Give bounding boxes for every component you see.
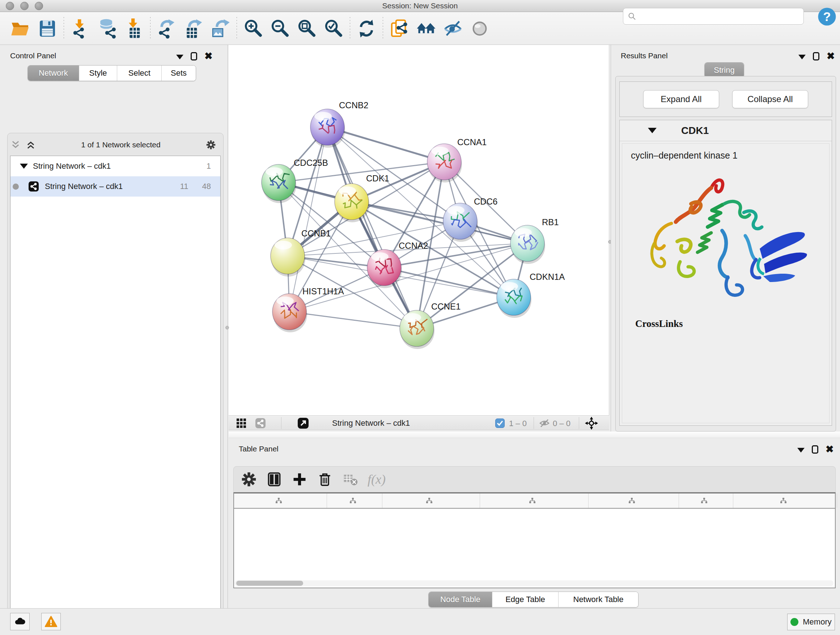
tab-network[interactable]: Network	[28, 65, 79, 81]
control-panel: Control Panel ✖ NetworkStyleSelectSets 1…	[0, 45, 228, 608]
expand-all-button[interactable]: Expand All	[643, 90, 719, 108]
expand-all-icon[interactable]	[26, 140, 36, 150]
refresh-button[interactable]	[353, 16, 380, 41]
delete-column-icon[interactable]	[317, 471, 333, 487]
table-row[interactable]	[234, 509, 835, 524]
collapse-all-icon[interactable]	[11, 140, 21, 150]
node-label: CDC25B	[294, 158, 328, 168]
export-table-button[interactable]	[180, 16, 207, 41]
vertical-splitter-grip[interactable]	[225, 326, 229, 329]
network-row[interactable]: String Network – cdk1 11 48	[11, 176, 220, 196]
warnings-button[interactable]	[41, 613, 61, 630]
panel-menu-icon[interactable]	[797, 448, 805, 453]
column-header-canonical-name[interactable]	[382, 494, 480, 508]
status-bar: Memory	[0, 608, 840, 635]
column-header--id[interactable]	[679, 494, 733, 508]
network-selected-count: 1 of 1 Network selected	[36, 141, 206, 149]
tab-style[interactable]: Style	[79, 65, 118, 81]
create-column-icon[interactable]	[292, 471, 308, 487]
network-collection-row[interactable]: String Network – cdk1 1	[11, 156, 220, 176]
network-view-canvas[interactable]: CCNB2CCNA1CDC25BCDK1CDC6RB1CCNB1CCNA2CDK…	[229, 45, 609, 415]
network-edge-ccnb2-ccne1[interactable]	[327, 127, 417, 328]
cloud-button[interactable]	[10, 613, 30, 630]
open-session-button[interactable]	[7, 16, 34, 41]
float-panel-icon[interactable]	[813, 52, 819, 60]
table-hscrollbar[interactable]	[235, 580, 834, 586]
node-label: RB1	[542, 217, 559, 227]
network-edge-ccne1-hist1h1a[interactable]	[289, 312, 417, 328]
tab-edge-table[interactable]: Edge Table	[493, 592, 559, 607]
network-share-icon[interactable]	[255, 418, 266, 429]
network-edge-ccnb2-hist1h1a[interactable]	[289, 127, 327, 312]
memory-button[interactable]: Memory	[787, 614, 835, 630]
float-panel-icon[interactable]	[191, 52, 197, 60]
scrollbar-thumb[interactable]	[236, 581, 303, 586]
column-type-icon	[275, 497, 282, 504]
tab-node-table[interactable]: Node Table	[429, 592, 493, 607]
network-node-cdc25b[interactable]: CDC25B	[262, 158, 328, 203]
export-image-button[interactable]	[207, 16, 234, 41]
string-results-box: Expand All Collapse All CDK1 cyclin–depe…	[615, 76, 836, 432]
section-caret-icon[interactable]	[648, 128, 657, 133]
gene-section-header[interactable]: CDK1	[620, 120, 832, 141]
column-header-description[interactable]	[589, 494, 679, 508]
toolbar-separator	[150, 17, 150, 40]
search-input[interactable]	[639, 12, 799, 21]
network-edge-cdk1-rb1[interactable]	[352, 202, 527, 243]
hide-selected-button[interactable]	[439, 16, 466, 41]
gear-icon[interactable]	[206, 140, 216, 150]
network-node-cdc6[interactable]: CDC6	[443, 196, 497, 242]
zoom-out-button[interactable]	[267, 16, 294, 41]
tab-sets[interactable]: Sets	[162, 65, 196, 81]
network-node-ccna1[interactable]: CCNA1	[427, 137, 486, 182]
network-edge-ccna2-cdkn1a[interactable]	[384, 268, 514, 297]
collapse-all-button[interactable]: Collapse All	[732, 90, 808, 108]
network-node-ccne1[interactable]: CCNE1	[400, 302, 461, 349]
selected-nodes-checkbox[interactable]	[495, 418, 505, 428]
birdseye-view-icon[interactable]	[236, 418, 246, 428]
tree-caret-icon[interactable]	[20, 164, 28, 169]
close-panel-icon[interactable]: ✖	[827, 52, 835, 60]
fit-selected-crosshair-icon[interactable]	[585, 417, 598, 430]
network-node-cdk1[interactable]: CDK1	[335, 173, 389, 222]
tab-network-table[interactable]: Network Table	[559, 592, 638, 607]
table-gear-icon[interactable]	[241, 471, 257, 487]
import-network-from-file-button[interactable]	[67, 16, 94, 41]
export-table-icon	[183, 19, 204, 39]
crosslinks-block: CrossLinks	[635, 318, 822, 367]
panel-menu-icon[interactable]	[176, 55, 183, 59]
column-header-database-identifier[interactable]	[480, 494, 589, 508]
network-node-hist1h1a[interactable]: HIST1H1A	[272, 287, 344, 333]
float-panel-icon[interactable]	[812, 445, 818, 454]
tab-string[interactable]: String	[705, 63, 744, 78]
open-in-new-window-icon[interactable]	[297, 417, 309, 429]
close-panel-icon[interactable]: ✖	[826, 445, 834, 454]
zoom-selected-button[interactable]	[320, 16, 347, 41]
network-node-rb1[interactable]: RB1	[510, 217, 559, 264]
column-type-icon	[349, 497, 356, 504]
column-header-namespace[interactable]	[733, 494, 837, 508]
open-session-icon	[11, 19, 31, 39]
close-panel-icon[interactable]: ✖	[204, 52, 213, 60]
home-neighbors-button[interactable]	[413, 16, 439, 41]
help-button[interactable]: ?	[817, 6, 837, 27]
panel-menu-icon[interactable]	[798, 55, 806, 59]
save-session-button[interactable]	[34, 16, 61, 41]
zoom-fit-button[interactable]	[294, 16, 320, 41]
import-table-from-file-button[interactable]	[120, 16, 147, 41]
node-label: CCNE1	[431, 302, 461, 311]
tab-select[interactable]: Select	[117, 65, 162, 81]
zoom-in-button[interactable]	[240, 16, 267, 41]
network-node-cdkn1a[interactable]: CDKN1A	[497, 272, 565, 318]
column-header-shared-name[interactable]	[234, 494, 327, 508]
column-header-name[interactable]	[327, 494, 382, 508]
show-all-button[interactable]	[466, 16, 493, 41]
network-node-ccnb1[interactable]: CCNB1	[271, 228, 331, 277]
hidden-eye-slash-icon	[539, 418, 550, 428]
cloud-icon	[13, 615, 27, 628]
import-network-from-database-button[interactable]	[94, 16, 120, 41]
copy-style-button[interactable]	[386, 16, 413, 41]
export-network-button[interactable]	[153, 16, 180, 41]
network-node-ccnb2[interactable]: CCNB2	[310, 100, 368, 148]
show-columns-icon[interactable]	[266, 471, 282, 487]
